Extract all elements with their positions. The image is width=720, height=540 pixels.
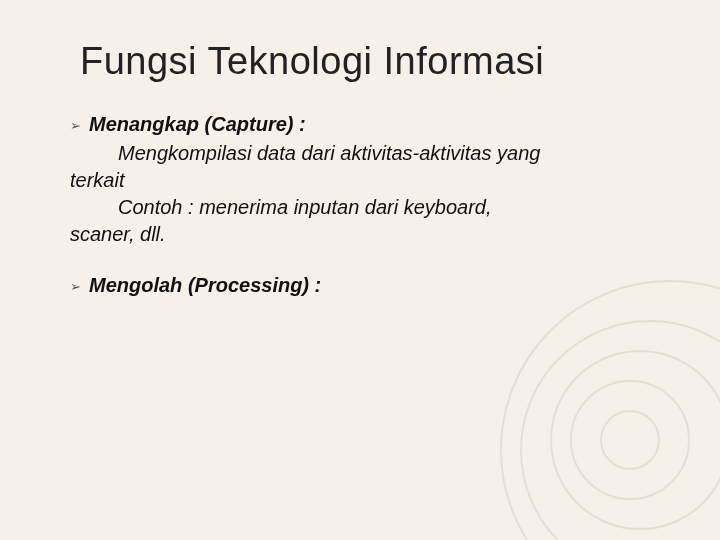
bullet-arrow-icon: ➢ [70,117,81,135]
slide-title: Fungsi Teknologi Informasi [80,40,670,83]
slide-body: ➢ Menangkap (Capture) : Mengkompilasi da… [70,111,670,299]
body-line: Contoh : menerima inputan dari keyboard, [118,194,670,221]
bullet-arrow-icon: ➢ [70,278,81,296]
body-line: Mengkompilasi data dari aktivitas-aktivi… [118,140,670,167]
bullet-heading: Mengolah (Processing) : [89,272,321,299]
bullet-heading: Menangkap (Capture) : [89,111,306,138]
body-line-wrap: scaner, dll. [70,221,670,248]
slide: Fungsi Teknologi Informasi ➢ Menangkap (… [0,0,720,540]
bullet-item-capture: ➢ Menangkap (Capture) : [70,111,670,138]
body-line-wrap: terkait [70,167,670,194]
bullet-item-processing: ➢ Mengolah (Processing) : [70,272,670,299]
